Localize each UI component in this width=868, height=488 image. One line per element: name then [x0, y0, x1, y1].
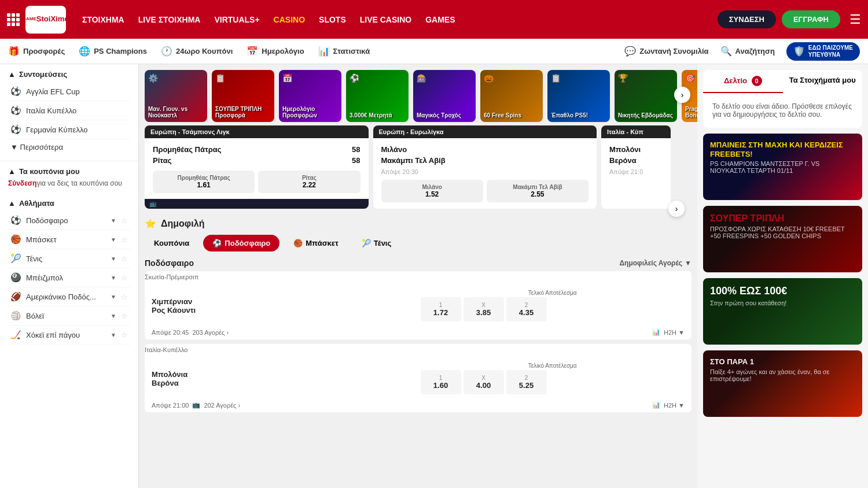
tv-icon: 📺 [149, 201, 156, 207]
promo-content-2: ΣΟΥΠΕΡ ΤΡΙΠΛΗ ΠΡΟΣΦΟΡΑ ΧΩΡΙΣ ΚΑΤΑΘΕΣΗ 10… [703, 206, 862, 272]
hamburger-icon[interactable]: ☰ [849, 12, 861, 27]
clock-icon: 🕐 [161, 46, 172, 57]
nav-slots[interactable]: SLOTS [319, 15, 346, 24]
markets-link-2[interactable]: 202 Αγορές › [204, 402, 240, 409]
banner-ps-champions[interactable]: ⚙️ Μαν. Γιουν. vs Νιούκαστλ [145, 70, 207, 122]
nav-casino[interactable]: CASINO [274, 15, 305, 24]
coupon-login-link[interactable]: Σύνδεση [8, 179, 36, 187]
subnav-statistics[interactable]: 📊 Στατιστικά [318, 46, 370, 57]
shortcuts-section: ▲ Συντομεύσεις ⚽ Αγγλία EFL Cup ⚽ Ιταλία… [0, 64, 138, 161]
tab-football[interactable]: ⚽ Ποδόσφαιρο [203, 235, 279, 252]
banner-cash[interactable]: ⚽ 3.000€ Μετρητά [346, 70, 409, 122]
shortcuts-title[interactable]: ▲ Συντομεύσεις [8, 70, 130, 79]
chevron-up-icon: ▲ [8, 70, 16, 79]
nav-live-casino[interactable]: LIVE CASINO [360, 15, 411, 24]
register-button[interactable]: ΕΓΓΡΑΦΗ [782, 10, 840, 28]
league-header-1: Σκωτία-Πρέμιερσιπ [145, 271, 692, 283]
subnav-offers[interactable]: 🎁 Προσφορές [8, 46, 65, 57]
odd2-btn-m2[interactable]: 2 5.25 [506, 370, 547, 394]
popular-section: ⭐ Δημοφιλή Κουπόνια ⚽ Ποδόσφαιρο 🏀 Μπάσκ… [139, 213, 697, 422]
subnav-ps-champions[interactable]: 🌐 PS Champions [79, 46, 147, 57]
sport-american-football[interactable]: 🏈 Αμερικάνικο Ποδός... ▼ ☆ [8, 287, 130, 306]
odds-group-1: 1 1.72 Χ 3.85 2 4.35 [421, 297, 685, 321]
sport-tennis[interactable]: 🎾 Τένις ▼ ☆ [8, 249, 130, 268]
banner-calendar-offers[interactable]: 📅 Ημερολόγιο Προσφορών [279, 70, 341, 122]
chevron-down-icon: ▼ [111, 275, 116, 281]
odd1-btn-m1[interactable]: 1 1.72 [421, 297, 461, 321]
chevron-down-icon: ▼ [111, 332, 116, 338]
sport-ice-hockey[interactable]: 🏒 Χόκεϊ επί πάγου ▼ ☆ [8, 326, 130, 345]
nav-stoixima[interactable]: ΣΤΟΙΧΗΜΑ [82, 15, 124, 24]
h2h-link-1[interactable]: H2H ▼ [664, 329, 685, 336]
sub-navigation: 🎁 Προσφορές 🌐 PS Champions 🕐 24ωρο Κουπό… [0, 39, 868, 64]
grid-menu-icon[interactable] [7, 13, 20, 26]
tab-coupons[interactable]: Κουπόνια [145, 235, 198, 252]
odd2-btn-m1[interactable]: 2 4.35 [506, 297, 547, 321]
banners-row: ⚙️ Μαν. Γιουν. vs Νιούκαστλ 📋 ΣΟΥΠΕΡ ΤΡΙ… [139, 64, 697, 125]
live-match-body-3: Μπολόνι Βερόνα Απόψε 21:0 [601, 138, 671, 181]
banner-next-button[interactable]: › [674, 87, 690, 103]
live-scores: 58 58 [352, 145, 360, 165]
betslip-tab-my-bets[interactable]: Τα Στοιχήματά μου [783, 70, 863, 93]
shortcut-england-efl[interactable]: ⚽ Αγγλία EFL Cup [8, 82, 130, 101]
oddX-btn-m2[interactable]: Χ 4.00 [464, 370, 504, 394]
markets-link-1[interactable]: 203 Αγορές › [192, 329, 229, 336]
odd1-btn-m2[interactable]: 1 1.60 [421, 370, 461, 394]
banner-super-triple[interactable]: 📋 ΣΟΥΠΕΡ ΤΡΙΠΛΗ Προσφορά [212, 70, 274, 122]
odd-team2-button[interactable]: Ρίτας 2.22 [258, 171, 360, 193]
live-match-row-1: Προμηθέας Πάτρας Ρίτας 58 58 [153, 144, 361, 166]
odds-group-2: 1 1.60 Χ 4.00 2 5.25 [421, 370, 685, 394]
logo-area: GAME StoiXimo [7, 6, 66, 34]
subnav-calendar[interactable]: 📅 Ημερολόγιο [247, 46, 304, 57]
match-teams-1: Χιμπέρνιαν Ρος Κάουντι [152, 297, 416, 315]
nav-virtuals[interactable]: VIRTUALS+ [214, 15, 259, 24]
promo-banner-3[interactable]: 100% ΕΩΣ 100€ Στην πρώτη σου κατάθεση! [703, 278, 862, 345]
banner-free-spins[interactable]: 🎃 60 Free Spins [480, 70, 543, 122]
chat-icon: 💬 [624, 46, 636, 57]
banner-magic-wheel[interactable]: 🎰 Μαγικός Τροχός [413, 70, 476, 122]
more-shortcuts-link[interactable]: ▼ Περισσότερα [8, 139, 130, 155]
nav-games[interactable]: GAMES [425, 15, 455, 24]
odd1-button[interactable]: Μιλάνο 1.52 [381, 180, 483, 202]
favorite-icon[interactable]: ☆ [121, 254, 128, 263]
shortcut-germany-cup[interactable]: ⚽ Γερμανία Κύπελλο [8, 120, 130, 139]
login-button[interactable]: ΣΥΝΔΕΣΗ [718, 10, 776, 28]
shortcut-italy-cup[interactable]: ⚽ Ιταλία Κυπέλλο [8, 101, 130, 120]
popular-match-2: Ιταλία-Κυπέλλο Μπολόνια Βερόνα Τελικό Απ… [145, 344, 692, 412]
sport-volleyball[interactable]: 🏐 Βόλεϊ ▼ ☆ [8, 306, 130, 326]
site-logo[interactable]: GAME StoiXimo [25, 6, 66, 34]
h2h-link-2[interactable]: H2H ▼ [664, 402, 685, 409]
odd-team1-button[interactable]: Προμηθέας Πάτρας 1.61 [153, 171, 255, 193]
banner-ps5-prize[interactable]: 📋 Έπαθλο PS5! [547, 70, 610, 122]
tab-tennis[interactable]: 🎾 Τένις [352, 235, 400, 252]
oddX-btn-m1[interactable]: Χ 3.85 [464, 297, 504, 321]
favorite-icon[interactable]: ☆ [121, 216, 128, 225]
sports-title[interactable]: ▲ Αθλήματα [8, 199, 130, 208]
live-next-button[interactable]: › [668, 201, 685, 217]
subnav-24h-coupon[interactable]: 🕐 24ωρο Κουπόνι [161, 46, 233, 57]
favorite-icon[interactable]: ☆ [121, 235, 128, 244]
tab-basketball[interactable]: 🏀 Μπάσκετ [284, 235, 348, 252]
subnav-live-chat[interactable]: 💬 Ζωντανή Συνομιλία [624, 46, 708, 57]
coupons-title[interactable]: ▲ Τα κουπόνια μου [8, 167, 130, 176]
ice-hockey-icon: 🏒 [10, 330, 21, 340]
nav-live-stoixima[interactable]: LIVE ΣΤΟΙΧΗΜΑ [138, 15, 201, 24]
match-row-inner-1: Χιμπέρνιαν Ρος Κάουντι Τελικό Αποτέλεσμα… [145, 285, 692, 326]
betslip-tab-slip[interactable]: Δελτίο 0 [703, 70, 783, 93]
favorite-icon[interactable]: ☆ [121, 273, 128, 282]
sport-baseball[interactable]: 🎱 Μπέιζμπολ ▼ ☆ [8, 268, 130, 287]
popular-markets-link[interactable]: Δημοφιλείς Αγορές ▼ [619, 259, 692, 267]
promo-banner-1[interactable]: ΜΠΑΙΝΕΙΣ ΣΤΗ ΜΑΧΗ ΚΑΙ ΚΕΡΔΙΖΕΙΣ FREEBETS… [703, 134, 862, 200]
favorite-icon[interactable]: ☆ [121, 331, 128, 339]
banner-winner-week[interactable]: 🏆 Νικητής Εβδομάδας [615, 70, 677, 122]
favorite-icon[interactable]: ☆ [121, 293, 128, 301]
bar-chart-icon: 📊 [652, 328, 660, 336]
promo-banner-4[interactable]: ΣΤΟ ΠΑΡΑ 1 Παίξε 4+ αγώνες και αν χάσεις… [703, 350, 862, 417]
promo-banner-2[interactable]: ΣΟΥΠΕΡ ΤΡΙΠΛΗ ΠΡΟΣΦΟΡΑ ΧΩΡΙΣ ΚΑΤΑΘΕΣΗ 10… [703, 206, 862, 272]
sport-basketball[interactable]: 🏀 Μπάσκετ ▼ ☆ [8, 230, 130, 249]
subnav-search[interactable]: 🔍 Αναζήτηση [720, 46, 775, 57]
sports-section: ▲ Αθλήματα ⚽ Ποδόσφαιρο ▼ ☆ 🏀 Μπάσκετ ▼ … [0, 193, 138, 350]
odd2-button[interactable]: Μακάμπι Τελ Αβίβ 2.55 [487, 180, 589, 202]
sport-football[interactable]: ⚽ Ποδόσφαιρο ▼ ☆ [8, 211, 130, 230]
favorite-icon[interactable]: ☆ [121, 312, 128, 320]
